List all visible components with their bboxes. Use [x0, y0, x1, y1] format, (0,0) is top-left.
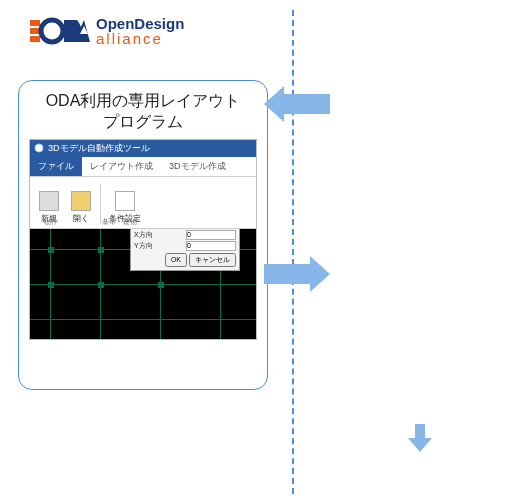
settings-icon: [115, 191, 135, 211]
app-ribbon: 新規 開く 条件設定 物件 基本・建物: [30, 177, 256, 229]
svg-marker-21: [264, 256, 330, 292]
app-titlebar: 3Dモデル自動作成ツール: [30, 140, 256, 157]
dlg-input-x[interactable]: [186, 230, 236, 240]
app-title: 3Dモデル自動作成ツール: [48, 142, 150, 155]
dlg-label-y: Y方向: [134, 241, 153, 251]
oda-logo-text-1: OpenDesign: [96, 16, 184, 31]
svg-marker-20: [264, 86, 330, 122]
app-tabs: ファイル レイアウト作成 3Dモデル作成: [30, 157, 256, 177]
ribbon-separator: [100, 184, 101, 224]
tab-3dmodel[interactable]: 3Dモデル作成: [161, 157, 234, 176]
svg-rect-2: [30, 36, 40, 42]
dlg-input-y[interactable]: [186, 241, 236, 251]
tab-file[interactable]: ファイル: [30, 157, 82, 176]
dlg-cancel-button[interactable]: キャンセル: [189, 253, 236, 267]
oda-program-title-2: プログラム: [103, 113, 183, 130]
new-file-icon: [39, 191, 59, 211]
ribbon-open-label: 開く: [73, 214, 89, 223]
svg-point-3: [41, 20, 63, 42]
column-divider: [292, 10, 294, 494]
arrow-3d-to-bim: [408, 424, 432, 452]
arrow-template-to-oda: [264, 86, 330, 122]
ribbon-group-2: 基本・建物: [102, 217, 137, 227]
left-column: OpenDesign alliance ODA利用の専用レイアウト プログラム …: [0, 0, 280, 504]
app-canvas: 出図縮尺 連続紙日 用紙 作図範囲 X方向 Y方向 OK キャンセル: [30, 229, 256, 339]
dlg-label-x: X方向: [134, 230, 153, 240]
app-icon: [34, 143, 44, 153]
open-file-icon: [71, 191, 91, 211]
svg-marker-22: [408, 424, 432, 452]
oda-logo-text-2: alliance: [96, 31, 184, 46]
oda-logo-mark: [30, 14, 90, 48]
ribbon-open-button[interactable]: 開く: [66, 191, 96, 224]
app-screenshot: 3Dモデル自動作成ツール ファイル レイアウト作成 3Dモデル作成 新規 開く: [29, 139, 257, 340]
oda-program-box: ODA利用の専用レイアウト プログラム 3Dモデル自動作成ツール ファイル レイ…: [18, 80, 268, 390]
ribbon-group-1: 物件: [44, 217, 58, 227]
dlg-ok-button[interactable]: OK: [165, 253, 187, 267]
svg-rect-0: [30, 20, 40, 26]
settings-dialog: 出図縮尺 連続紙日 用紙 作図範囲 X方向 Y方向 OK キャンセル: [130, 229, 240, 271]
oda-logo: OpenDesign alliance: [30, 14, 184, 48]
tab-layout[interactable]: レイアウト作成: [82, 157, 161, 176]
svg-point-4: [35, 144, 43, 152]
arrow-oda-to-3d: [264, 256, 330, 292]
oda-program-title-1: ODA利用の専用レイアウト: [46, 92, 241, 109]
